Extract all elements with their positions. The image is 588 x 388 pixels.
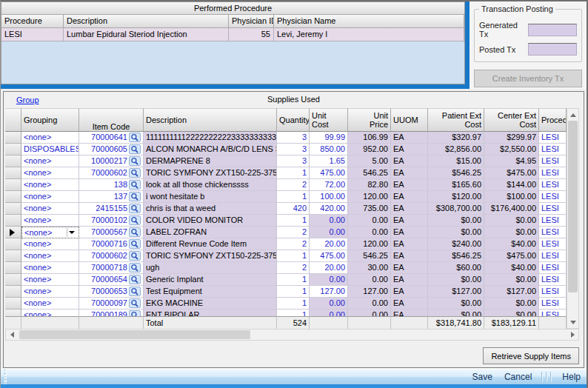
item-search-icon[interactable] (129, 133, 141, 142)
column-header-qty[interactable]: Quantity (277, 108, 310, 132)
grouping-cell[interactable]: <none> (21, 179, 79, 191)
item-search-icon[interactable] (129, 204, 141, 213)
quantity-cell[interactable]: 3 (277, 144, 310, 155)
quantity-cell[interactable]: 2 (277, 179, 310, 191)
grouping-cell[interactable]: <none> (21, 298, 79, 310)
item-code-cell[interactable]: 70000653 (79, 286, 144, 298)
unit-cost-cell[interactable]: 99.99 (310, 132, 348, 144)
horizontal-scrollbar-thumb[interactable] (19, 330, 250, 339)
item-code-cell[interactable]: 70000102 (79, 215, 144, 227)
row-selector[interactable] (5, 155, 21, 167)
row-selector[interactable] (5, 167, 21, 179)
item-search-icon[interactable] (129, 263, 141, 272)
item-code-cell[interactable]: 70000567 (79, 227, 144, 238)
quantity-cell[interactable]: 1 (277, 250, 310, 262)
row-selector[interactable] (5, 215, 21, 227)
column-header-desc[interactable]: Description (144, 108, 277, 132)
unit-cost-cell[interactable]: 127.00 (310, 286, 348, 298)
cancel-button[interactable]: Cancel (504, 372, 532, 382)
row-selector[interactable] (5, 262, 21, 274)
grouping-cell[interactable]: <none> (21, 132, 79, 144)
quantity-cell[interactable]: 2 (277, 238, 310, 250)
item-code-cell[interactable]: 2415155 (79, 203, 144, 215)
column-header-grp[interactable]: Grouping (21, 108, 79, 132)
quantity-cell[interactable]: 420 (277, 203, 310, 215)
quantity-cell[interactable]: 3 (277, 155, 310, 167)
quantity-cell[interactable]: 1 (277, 274, 310, 286)
item-search-icon[interactable] (129, 251, 141, 261)
row-selector[interactable] (5, 250, 21, 262)
scroll-left-icon[interactable] (7, 330, 17, 339)
grouping-cell[interactable]: <none> (21, 274, 79, 286)
item-search-icon[interactable] (129, 298, 141, 308)
item-code-cell[interactable]: 70000716 (79, 238, 144, 250)
item-code-cell[interactable]: 70000602 (79, 250, 144, 262)
row-selector[interactable] (5, 274, 21, 286)
grouping-cell[interactable]: <none> (21, 167, 79, 179)
column-header-uprice[interactable]: Unit Price (348, 108, 391, 132)
help-button[interactable]: Help (562, 372, 581, 382)
row-selector[interactable] (5, 227, 21, 238)
grouping-cell[interactable]: DISPOSABLES (21, 144, 79, 155)
quantity-cell[interactable]: 1 (277, 286, 310, 298)
create-inventory-tx-button[interactable]: Create Inventory Tx (474, 70, 582, 87)
unit-cost-cell[interactable]: 0.00 (310, 215, 348, 227)
item-search-icon[interactable] (129, 144, 141, 154)
grouping-cell[interactable]: <none> (21, 286, 79, 298)
column-header-pext[interactable]: Patient Ext Cost (428, 108, 484, 132)
row-selector[interactable] (5, 310, 21, 316)
column-header-gut[interactable] (5, 108, 21, 132)
item-search-icon[interactable] (129, 168, 141, 178)
item-code-cell[interactable]: 137 (79, 191, 144, 203)
row-selector[interactable] (5, 298, 21, 310)
item-search-icon[interactable] (129, 192, 141, 201)
scroll-down-icon[interactable] (568, 317, 578, 327)
item-code-cell[interactable]: 70000097 (79, 298, 144, 310)
item-search-icon[interactable] (129, 227, 141, 237)
item-search-icon[interactable] (129, 180, 141, 190)
grouping-cell[interactable]: <none> (21, 310, 79, 316)
col-physician-name[interactable]: Physician Name (274, 15, 464, 28)
scroll-right-icon[interactable] (567, 330, 578, 339)
item-search-icon[interactable] (129, 287, 141, 296)
unit-cost-cell[interactable]: 0.00 (310, 298, 348, 310)
grip-handle-icon[interactable] (1, 369, 8, 384)
quantity-cell[interactable]: 1 (277, 191, 310, 203)
unit-cost-cell[interactable]: 20.00 (310, 262, 348, 274)
item-code-cell[interactable]: 10000217 (79, 155, 144, 167)
unit-cost-cell[interactable]: 72.00 (310, 179, 348, 191)
unit-cost-cell[interactable]: 0.00 (310, 274, 348, 286)
vertical-scrollbar[interactable] (567, 108, 579, 329)
column-header-ucost[interactable]: Unit Cost (310, 108, 348, 132)
item-code-cell[interactable]: 70000641 (79, 132, 144, 144)
row-selector[interactable] (5, 144, 21, 155)
quantity-cell[interactable]: 1 (277, 298, 310, 310)
quantity-cell[interactable]: 2 (277, 227, 310, 238)
chevron-down-icon[interactable] (67, 228, 76, 237)
grouping-cell[interactable]: <none> (21, 215, 79, 227)
horizontal-scrollbar[interactable] (5, 329, 579, 341)
unit-cost-cell[interactable]: 475.00 (310, 250, 348, 262)
unit-cost-cell[interactable]: 475.00 (310, 167, 348, 179)
save-button[interactable]: Save (472, 372, 492, 382)
row-selector[interactable] (5, 238, 21, 250)
item-code-cell[interactable]: 138 (79, 179, 144, 191)
col-procedure[interactable]: Procedure (1, 15, 64, 28)
col-description[interactable]: Description (64, 15, 229, 28)
grouping-cell[interactable]: <none> (21, 262, 79, 274)
unit-cost-cell[interactable]: 0.00 (310, 310, 348, 316)
unit-cost-cell[interactable]: 100.00 (310, 191, 348, 203)
item-search-icon[interactable] (129, 239, 141, 249)
grouping-combobox[interactable]: <none> (21, 227, 79, 238)
unit-cost-cell[interactable]: 20.00 (310, 238, 348, 250)
item-code-cell[interactable]: 70000654 (79, 274, 144, 286)
grouping-cell[interactable]: <none> (21, 155, 79, 167)
group-link[interactable]: Group (16, 93, 39, 108)
unit-cost-cell[interactable]: 0.00 (310, 227, 348, 238)
row-selector[interactable] (5, 179, 21, 191)
grouping-cell[interactable]: <none> (21, 238, 79, 250)
unit-cost-cell[interactable]: 1.65 (310, 155, 348, 167)
item-search-icon[interactable] (129, 215, 141, 225)
vertical-scrollbar-thumb[interactable] (568, 121, 578, 292)
grouping-cell[interactable]: <none> (21, 203, 79, 215)
